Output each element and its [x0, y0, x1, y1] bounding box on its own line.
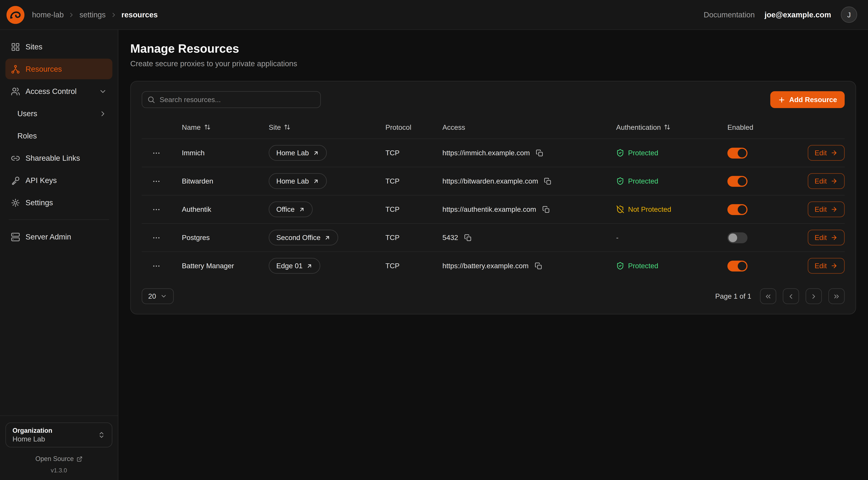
site-link-button[interactable]: Home Lab — [269, 173, 327, 189]
copy-icon[interactable] — [541, 205, 551, 214]
row-menu-button[interactable] — [150, 175, 163, 188]
site-link-button[interactable]: Second Office — [269, 230, 338, 245]
edit-label: Edit — [815, 262, 827, 270]
edit-button[interactable]: Edit — [808, 173, 845, 189]
search-input[interactable] — [142, 91, 321, 108]
last-page-button[interactable] — [828, 288, 845, 304]
column-label: Site — [269, 123, 281, 131]
protocol-value: TCP — [375, 262, 432, 270]
page-subtitle: Create secure proxies to your private ap… — [130, 59, 856, 68]
avatar[interactable]: J — [841, 6, 857, 23]
copy-icon[interactable] — [535, 148, 545, 158]
waypoints-icon — [11, 64, 20, 74]
gear-icon — [11, 198, 20, 207]
next-page-button[interactable] — [806, 288, 822, 304]
external-link-arrow-icon — [313, 150, 319, 156]
edit-button[interactable]: Edit — [808, 202, 845, 217]
site-link-button[interactable]: Edge 01 — [269, 258, 320, 274]
sidebar-item-shareable-links[interactable]: Shareable Links — [5, 148, 112, 168]
sidebar-item-label: Resources — [26, 65, 62, 73]
column-header-authentication[interactable]: Authentication — [605, 123, 717, 131]
main-content: Manage Resources Create secure proxies t… — [118, 30, 868, 480]
sidebar-item-label: Users — [18, 109, 37, 118]
chevron-right-icon — [810, 293, 817, 300]
sidebar-item-server-admin[interactable]: Server Admin — [5, 227, 112, 247]
toggle-knob — [738, 149, 746, 157]
toggle-knob — [738, 177, 746, 185]
sidebar-item-roles[interactable]: Roles — [5, 125, 112, 146]
breadcrumb-org[interactable]: home-lab — [32, 10, 64, 19]
row-menu-button[interactable] — [150, 146, 163, 159]
row-menu-button[interactable] — [150, 231, 163, 244]
toggle-knob — [738, 205, 746, 214]
enabled-toggle[interactable] — [727, 148, 747, 158]
enabled-toggle[interactable] — [727, 232, 747, 243]
ellipsis-icon — [152, 149, 161, 157]
add-resource-button[interactable]: Add Resource — [770, 91, 845, 108]
auth-status: Not Protected — [616, 205, 671, 213]
copy-icon[interactable] — [533, 261, 543, 271]
edit-button[interactable]: Edit — [808, 258, 845, 274]
previous-page-button[interactable] — [783, 288, 799, 304]
sidebar-item-users[interactable]: Users — [5, 103, 112, 124]
edit-button[interactable]: Edit — [808, 145, 845, 161]
column-label: Authentication — [616, 123, 661, 131]
open-source-label: Open Source — [35, 455, 74, 462]
enabled-toggle[interactable] — [727, 261, 747, 271]
edit-label: Edit — [815, 177, 827, 185]
sidebar-item-label: Sites — [26, 42, 42, 51]
copy-icon[interactable] — [463, 233, 473, 243]
edit-button[interactable]: Edit — [808, 230, 845, 245]
sidebar-item-access-control[interactable]: Access Control — [5, 81, 112, 101]
documentation-link[interactable]: Documentation — [704, 10, 755, 19]
page-size-select[interactable]: 20 — [142, 288, 174, 304]
org-selector-label: Organization — [12, 427, 93, 434]
site-link-button[interactable]: Office — [269, 202, 312, 217]
column-header-site[interactable]: Site — [258, 123, 375, 131]
row-menu-button[interactable] — [150, 203, 163, 216]
toggle-knob — [728, 233, 737, 242]
copy-icon[interactable] — [543, 176, 553, 186]
user-email[interactable]: joe@example.com — [765, 10, 831, 19]
arrow-right-icon — [831, 234, 838, 241]
pangolin-logo-icon[interactable] — [6, 6, 24, 24]
org-selector-value: Home Lab — [12, 435, 93, 443]
sidebar-item-api-keys[interactable]: API Keys — [5, 170, 112, 190]
site-name: Home Lab — [276, 177, 309, 185]
toggle-knob — [738, 262, 746, 270]
site-link-button[interactable]: Home Lab — [269, 145, 327, 161]
table-row: Postgres Second Office TCP 5432 - — [142, 223, 845, 251]
organization-selector[interactable]: Organization Home Lab — [5, 422, 112, 447]
enabled-toggle[interactable] — [727, 204, 747, 215]
grid-icon — [11, 42, 20, 51]
chevron-right-icon — [99, 110, 107, 118]
sidebar-item-label: API Keys — [26, 176, 57, 185]
sort-icon[interactable] — [664, 124, 671, 130]
column-header-name[interactable]: Name — [171, 123, 258, 131]
chevrons-left-icon — [764, 293, 772, 300]
resources-table: Name Site Protocol Access Authentication — [142, 116, 845, 280]
auth-label: Protected — [628, 149, 658, 157]
table-body: Immich Home Lab TCP https://immich.examp… — [142, 139, 845, 280]
version-label: v1.3.0 — [5, 467, 112, 474]
sort-icon[interactable] — [284, 124, 290, 130]
shield-check-icon — [616, 177, 624, 185]
chevrons-up-down-icon — [98, 431, 105, 439]
sort-icon[interactable] — [204, 124, 211, 130]
protocol-value: TCP — [375, 234, 432, 242]
sidebar-admin-nav: Server Admin — [0, 227, 118, 247]
row-menu-button[interactable] — [150, 259, 163, 272]
protocol-value: TCP — [375, 205, 432, 213]
open-source-link[interactable]: Open Source — [5, 455, 112, 462]
sidebar-item-settings[interactable]: Settings — [5, 192, 112, 213]
breadcrumb-settings[interactable]: settings — [80, 10, 106, 19]
sidebar-item-sites[interactable]: Sites — [5, 36, 112, 57]
avatar-initial: J — [847, 11, 851, 19]
enabled-toggle[interactable] — [727, 176, 747, 187]
first-page-button[interactable] — [760, 288, 776, 304]
breadcrumb-resources: resources — [121, 10, 158, 19]
sidebar-item-label: Settings — [26, 198, 53, 207]
sidebar-item-resources[interactable]: Resources — [5, 59, 112, 79]
chevron-right-icon — [68, 11, 75, 18]
edit-label: Edit — [815, 205, 827, 213]
